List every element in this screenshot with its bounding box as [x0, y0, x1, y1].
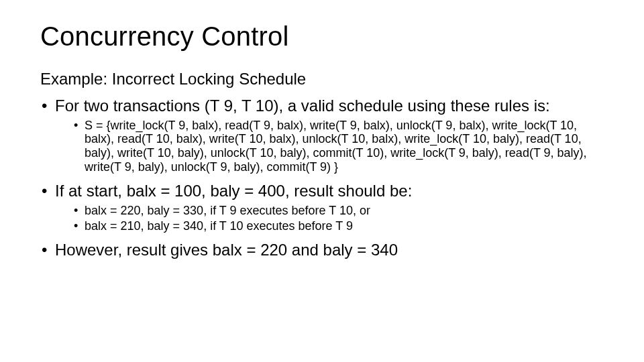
bullet-schedule-s: S = {write_lock(T 9, balx), read(T 9, ba… — [74, 119, 604, 174]
bullet-text: S = {write_lock(T 9, balx), read(T 9, ba… — [85, 119, 587, 174]
bullet-text: balx = 220, baly = 330, if T 9 executes … — [85, 204, 370, 217]
bullet-text: For two transactions (T 9, T 10), a vali… — [55, 97, 550, 115]
bullet-list-level2: balx = 220, baly = 330, if T 9 executes … — [55, 204, 604, 233]
bullet-list-level1: For two transactions (T 9, T 10), a vali… — [40, 96, 604, 260]
bullet-however-result: However, result gives balx = 220 and bal… — [40, 240, 604, 260]
slide: Concurrency Control Example: Incorrect L… — [0, 0, 644, 362]
bullet-text: If at start, balx = 100, baly = 400, res… — [55, 182, 412, 200]
slide-subtitle: Example: Incorrect Locking Schedule — [40, 70, 604, 89]
bullet-valid-schedule: For two transactions (T 9, T 10), a vali… — [40, 96, 604, 174]
bullet-text: balx = 210, baly = 340, if T 10 executes… — [85, 219, 353, 233]
bullet-text: However, result gives balx = 220 and bal… — [55, 241, 398, 259]
bullet-start-values: If at start, balx = 100, baly = 400, res… — [40, 181, 604, 233]
slide-title: Concurrency Control — [40, 21, 604, 51]
bullet-list-level2: S = {write_lock(T 9, balx), read(T 9, ba… — [55, 119, 604, 174]
bullet-case-t9-first: balx = 220, baly = 330, if T 9 executes … — [74, 204, 604, 218]
bullet-case-t10-first: balx = 210, baly = 340, if T 10 executes… — [74, 219, 604, 233]
